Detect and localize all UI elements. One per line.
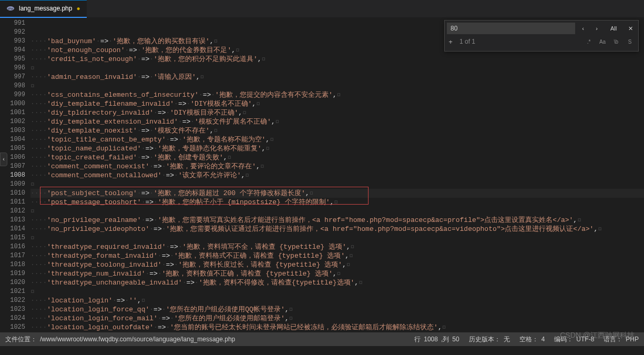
code-line[interactable]: ····'location_login_outofdate'·=>·'您当前的账… [30,323,644,332]
status-bar: 文件位置： /www/wwwroot/www.fwqdby.com/source… [0,332,644,346]
code-line[interactable]: ····'location_login'·=>·'',¤ [30,296,644,305]
fold-handle-icon[interactable]: ‹ [0,153,7,166]
find-mode-button[interactable]: All [605,23,622,34]
find-input[interactable] [447,23,575,34]
php-file-icon: php [6,4,15,13]
code-line[interactable]: ····'no_privilege_videophoto'·=>·'抱歉，您需要… [30,225,644,234]
svg-text:php: php [8,7,14,10]
code-content[interactable]: ····'bad_buynum'·=>·'抱歉，您输入的购买数目有误',¤···… [30,18,644,332]
status-file-path[interactable]: 文件位置： /www/wwwroot/www.fwqdby.com/source… [5,335,235,344]
expand-replace-icon[interactable]: + [447,38,454,46]
case-toggle[interactable]: Aa [596,36,609,47]
word-toggle[interactable]: \b [610,36,622,47]
code-line[interactable]: ····'comment_comment_noexist'·=>·'抱歉，要评论… [30,162,644,171]
code-line[interactable]: ····'threadtype_toolong_invalid'·=>·'抱歉，… [30,260,644,269]
find-prev-button[interactable]: ‹ [577,23,589,34]
code-line[interactable]: ····'css_contains_elements_of_insecurity… [30,90,644,99]
code-line[interactable]: ····'diy_template_filename_invalid'·=>·'… [30,99,644,108]
modified-indicator-icon: ● [76,5,80,12]
line-number-gutter: 9919929939949959969979989991000100110021… [0,18,30,332]
code-line[interactable]: ····'post_message_tooshort'·=>·'抱歉，您的帖子小… [30,198,644,207]
code-line[interactable]: ¤ [30,82,644,90]
code-line[interactable]: ····'topic_name_duplicated'·=>·'抱歉，专题静态化… [30,144,644,153]
code-line[interactable]: ····'post_subject_toolong'·=>·'抱歉，您的标题超过… [30,189,644,198]
find-replace-panel: ‹ › All ✕ + .* Aa \b S [444,20,639,52]
code-line[interactable]: ¤ [30,207,644,216]
code-line[interactable]: ····'threadtype_unchangeable_invalid'·=>… [30,278,644,287]
regex-toggle[interactable]: .* [582,36,595,47]
code-line[interactable]: ····'threadtype_required_invalid'·=>·'抱歉… [30,242,644,251]
code-line[interactable]: ····'no_privilege_realname'·=>·'抱歉，您需要填写… [30,216,644,225]
selection-toggle[interactable]: S [623,36,636,47]
find-close-button[interactable]: ✕ [625,23,636,34]
status-cursor-pos[interactable]: 行 1008 ,列 50 [414,335,459,344]
code-line[interactable]: ¤ [30,287,644,296]
find-count-display [456,36,580,47]
code-line[interactable]: ····'admin_reason_invalid'·=>·'请输入原因',¤ [30,73,644,82]
code-line[interactable]: ····'comment_comment_notallowed'·=>·'该文章… [30,171,644,180]
code-line[interactable]: ····'location_login_force_qq'·=>·'您所在的用户… [30,305,644,314]
code-line[interactable]: ····'diy_template_extension_invalid'·=>·… [30,117,644,126]
code-line[interactable]: ····'threadtype_format_invalid'·=>·'抱歉，资… [30,251,644,260]
code-line[interactable]: ¤ [30,180,644,189]
editor-area[interactable]: 9919929939949959969979989991000100110021… [0,18,644,332]
find-options: .* Aa \b S [582,36,636,47]
code-line[interactable]: ¤ [30,234,644,242]
code-line[interactable]: ····'location_login_force_mail'·=>·'您所在的… [30,314,644,323]
tab-filename: lang_message.php [19,5,72,12]
status-history[interactable]: 历史版本： 无 [469,335,510,344]
code-line[interactable]: ····'topic_created_failed'·=>·'抱歉，创建专题失败… [30,153,644,162]
tab-bar: php lang_message.php ● [0,0,644,18]
code-line[interactable]: ····'diy_tpldirectory_invalid'·=>·'DIY模板… [30,108,644,117]
status-indent[interactable]: 空格： 4 [519,335,545,344]
code-line[interactable]: ¤ [30,64,644,73]
tab-active[interactable]: php lang_message.php ● [0,0,87,18]
code-line[interactable]: ····'location_login_succeed_mobile'·=>·'… [30,332,644,332]
code-line[interactable]: ····'topic_title_cannot_be_empty'·=>·'抱歉… [30,135,644,144]
code-line[interactable]: ····'credit_is_not_enough'·=>·'抱歉，您的积分不足… [30,55,644,64]
status-language[interactable]: 语言： PHP [604,335,639,344]
status-encoding[interactable]: 编码： UTF-8 [554,335,594,344]
code-line[interactable]: ····'threadtype_num_invalid'·=>·'抱歉，资料数值… [30,269,644,278]
find-next-button[interactable]: › [591,23,602,34]
code-line[interactable]: ····'diy_template_noexist'·=>·'模板文件不存在',… [30,126,644,135]
